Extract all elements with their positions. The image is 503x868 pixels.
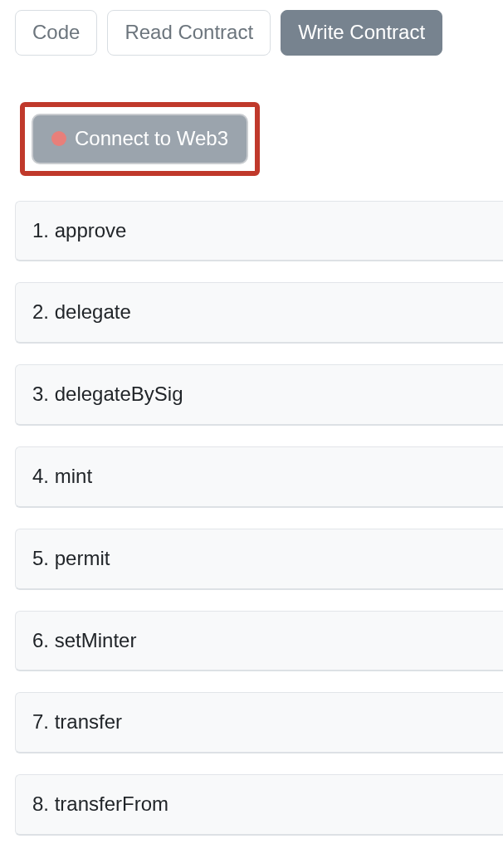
contract-tabs: Code Read Contract Write Contract xyxy=(0,0,503,66)
function-item-transfer[interactable]: 7. transfer xyxy=(15,692,503,753)
function-item-mint[interactable]: 4. mint xyxy=(15,446,503,508)
function-name: permit xyxy=(55,547,110,569)
function-index: 1 xyxy=(32,219,43,241)
function-index: 5 xyxy=(32,547,43,569)
connect-highlight: Connect to Web3 xyxy=(20,102,260,176)
function-item-permit[interactable]: 5. permit xyxy=(15,529,503,590)
function-item-delegatebysig[interactable]: 3. delegateBySig xyxy=(15,364,503,426)
function-index: 2 xyxy=(32,300,43,323)
function-name: delegate xyxy=(55,300,131,323)
tab-read-contract[interactable]: Read Contract xyxy=(107,10,271,56)
connect-label: Connect to Web3 xyxy=(75,127,228,151)
connect-web3-button[interactable]: Connect to Web3 xyxy=(32,114,248,164)
function-item-approve[interactable]: 1. approve xyxy=(15,201,503,262)
function-name: setMinter xyxy=(55,629,137,651)
write-function-list: 1. approve 2. delegate 3. delegateBySig … xyxy=(0,201,503,836)
function-index: 4 xyxy=(32,465,43,487)
function-index: 8 xyxy=(32,792,43,815)
function-name: delegateBySig xyxy=(55,383,183,405)
function-index: 7 xyxy=(32,710,43,733)
function-item-transferfrom[interactable]: 8. transferFrom xyxy=(15,774,503,836)
tab-code[interactable]: Code xyxy=(15,10,97,56)
tab-write-contract[interactable]: Write Contract xyxy=(281,10,442,56)
function-item-setminter[interactable]: 6. setMinter xyxy=(15,611,503,672)
function-index: 3 xyxy=(32,383,43,405)
function-item-delegate[interactable]: 2. delegate xyxy=(15,282,503,344)
function-name: approve xyxy=(55,219,127,241)
function-name: transferFrom xyxy=(55,792,168,815)
function-name: transfer xyxy=(55,710,122,733)
function-index: 6 xyxy=(32,629,43,651)
connection-status-dot-icon xyxy=(51,131,66,146)
function-name: mint xyxy=(55,465,92,487)
